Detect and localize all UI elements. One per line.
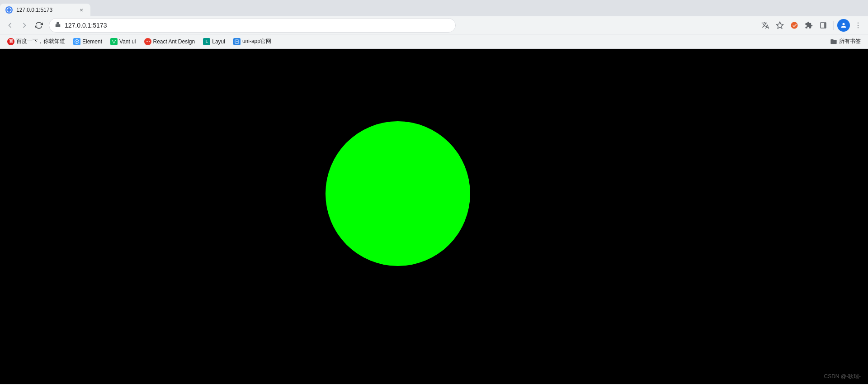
bookmark-vant-label: Vant ui [119,38,136,45]
reload-button[interactable] [33,19,45,32]
toolbar-right [759,19,864,32]
bookmark-baidu-label: 百度一下，你就知道 [16,38,65,45]
svg-rect-1 [56,24,61,27]
green-circle [326,121,470,266]
baidu-favicon: 百 [7,38,14,45]
security-icon [55,21,61,29]
bookmarks-bar: 百 百度一下，你就知道 Element Vant ui [0,34,868,49]
bookmark-vant[interactable]: Vant ui [107,36,139,47]
side-panel-button[interactable] [817,19,830,32]
browser-chrome: 127.0.0.1:5173 ✕ [0,0,868,49]
vant-favicon [110,38,118,45]
menu-button[interactable] [852,19,864,32]
profile-button[interactable] [837,19,850,32]
tab-close-button[interactable]: ✕ [78,6,85,14]
uniapp-favicon [233,38,241,45]
tab-bar: 127.0.0.1:5173 ✕ [0,0,868,16]
svg-point-4 [858,24,859,25]
bookmarks-right: 所有书签 [826,36,864,47]
tab-favicon [5,6,13,14]
bookmark-button[interactable] [774,19,786,32]
toolbar: 127.0.0.1:5173 [0,16,868,34]
svg-point-3 [858,22,859,23]
extension-fox-button[interactable] [788,19,801,32]
tab-title: 127.0.0.1:5173 [16,7,74,13]
translate-button[interactable] [759,19,772,32]
bookmark-element-label: Element [82,38,102,45]
bookmark-uniapp[interactable]: uni-app官网 [230,36,275,47]
toolbar-separator [833,21,834,30]
back-button[interactable] [4,19,16,32]
bookmark-baidu[interactable]: 百 百度一下，你就知道 [4,36,69,47]
extensions-button[interactable] [802,19,815,32]
active-tab[interactable]: 127.0.0.1:5173 ✕ [0,4,90,16]
bookmarks-folder[interactable]: 所有书签 [826,36,864,47]
react-favicon [144,38,151,45]
element-favicon [73,38,80,45]
svg-marker-2 [777,22,783,28]
layui-favicon: L [203,38,210,45]
address-bar[interactable]: 127.0.0.1:5173 [49,18,456,33]
forward-button[interactable] [18,19,31,32]
bookmarks-folder-label: 所有书签 [839,38,861,45]
bookmark-uniapp-label: uni-app官网 [242,38,271,45]
bookmark-element[interactable]: Element [70,36,106,47]
address-text: 127.0.0.1:5173 [65,22,450,29]
bookmark-layui[interactable]: L Layui [199,36,229,47]
bookmark-react[interactable]: React Ant Design [141,36,199,47]
svg-point-5 [858,27,859,28]
page-content: CSDN @-耿瑞- [0,49,868,384]
watermark: CSDN @-耿瑞- [824,373,861,380]
bookmark-react-label: React Ant Design [153,38,195,45]
bookmark-layui-label: Layui [212,38,225,45]
